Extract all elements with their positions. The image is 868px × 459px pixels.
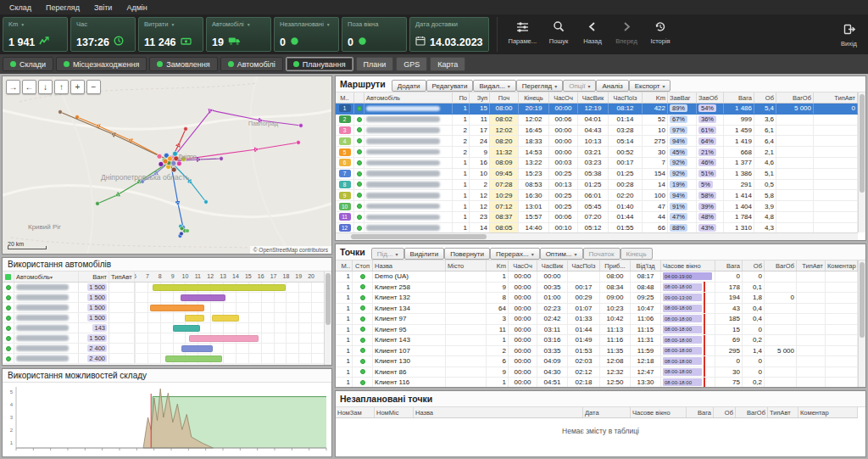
routes-horizontal-scrollbar[interactable] <box>336 232 858 240</box>
route-row[interactable]: 911210:2916:3000:2506:0102:2010094%58%1 … <box>336 190 858 201</box>
stat-tile[interactable]: Час137:26 <box>70 17 136 52</box>
gantt-row[interactable]: 143 <box>3 323 324 333</box>
column-header[interactable]: Стоп <box>353 260 373 271</box>
tab-Місцезнаходження[interactable]: Місцезнаходження <box>56 57 147 71</box>
column-header[interactable]: Коментар <box>798 407 858 417</box>
column-header[interactable]: Дата <box>583 407 631 417</box>
column-header[interactable]: Km <box>643 92 668 103</box>
column-header[interactable]: Приб... <box>600 260 631 271</box>
gantt-row[interactable]: 1 500 <box>3 283 324 293</box>
point-row[interactable]: 1Клиент 1346400:0002:2301:0710:2310:4708… <box>336 304 858 315</box>
column-header[interactable]: Об <box>714 407 736 417</box>
point-row[interactable]: 1Клиент 86900:0004:3002:1212:3212:4708:0… <box>336 367 858 378</box>
gantt-row[interactable]: 1 500 <box>3 303 324 313</box>
back-arrow-button[interactable]: Назад <box>576 17 609 47</box>
pan-down-button[interactable]: ↓ <box>38 80 53 94</box>
vehicle-column-header[interactable]: Автомобіль▾ <box>14 271 79 282</box>
stat-tile[interactable]: Поза вікна0 <box>342 17 407 52</box>
map-canvas[interactable]: Дніпропетровська областьКривий РігДніпро… <box>3 76 331 254</box>
column-header[interactable]: ЧасПоїз <box>609 92 643 103</box>
zoom-in-button[interactable]: + <box>70 80 85 94</box>
column-header[interactable]: Вага <box>687 407 714 417</box>
stat-tile[interactable]: Дата доставки14.03.2023 <box>409 17 489 52</box>
tab-Автомобілі[interactable]: Автомобілі <box>220 57 283 71</box>
tab-Планування[interactable]: Планування <box>286 57 353 71</box>
route-time-bar[interactable] <box>181 345 213 352</box>
route-time-bar[interactable] <box>181 294 226 301</box>
point-row[interactable]: 1Клиент 951100:0003:1101:4411:1311:1508:… <box>336 325 858 336</box>
column-header[interactable]: ВагОб <box>765 260 797 271</box>
stat-tile[interactable]: Автомобілі▼19 <box>206 17 271 52</box>
column-header[interactable]: ЗавВаг <box>668 92 697 103</box>
menu-item[interactable]: Звіти <box>87 3 119 13</box>
stat-tile[interactable]: Незаплановані▼0 <box>274 17 339 52</box>
column-header[interactable]: Назва <box>373 260 446 271</box>
route-row[interactable]: 81207:2808:5300:1301:2500:281419%5%2910,… <box>336 180 858 191</box>
route-time-bar[interactable] <box>153 284 287 291</box>
column-header[interactable]: Коментар <box>826 260 858 271</box>
column-header[interactable]: Об <box>754 92 776 103</box>
column-header[interactable]: Від'їзд <box>631 260 661 271</box>
pan-left-button[interactable]: ← <box>22 80 36 94</box>
column-header[interactable]: ЧасВик <box>578 92 609 103</box>
capacity-column-header[interactable]: Вант <box>79 271 109 282</box>
menu-item[interactable]: Склад <box>3 3 38 13</box>
route-time-bar[interactable] <box>165 355 222 362</box>
point-row[interactable]: 1Клиент 116100:0004:5102:1812:5013:3008:… <box>336 378 858 387</box>
column-header[interactable]: ТипАвт <box>768 407 798 417</box>
panel-button[interactable]: Видал...▾ <box>473 80 515 92</box>
point-row[interactable]: 1Клиент 132800:0001:0000:2909:0009:2509:… <box>336 293 858 304</box>
panel-button[interactable]: Експорт▾ <box>629 80 671 92</box>
point-row[interactable]: 1Demo (UA)100:0000:0008:0008:1704:00-19:… <box>336 271 858 283</box>
stat-tile[interactable]: Km▼1 941 <box>3 17 68 52</box>
tab-Плани[interactable]: Плани <box>356 57 394 71</box>
search-button[interactable]: Пошук <box>542 17 575 47</box>
vehicle-type-column-header[interactable]: ТипАвт <box>109 271 135 282</box>
route-row[interactable]: 1011207:1213:0100:2505:4501:404791%39%1 … <box>336 201 858 212</box>
panel-button[interactable]: Перегляд▾ <box>516 80 564 92</box>
column-header[interactable]: Km <box>487 260 509 271</box>
tab-Карта[interactable]: Карта <box>430 57 465 71</box>
panel-button[interactable]: Оптим...▾ <box>540 248 583 260</box>
column-header[interactable]: Кінець <box>519 92 549 103</box>
column-header[interactable] <box>354 92 364 103</box>
column-header[interactable]: Об <box>743 260 765 271</box>
column-header[interactable]: НомЗам <box>336 407 375 417</box>
column-header[interactable]: Місто <box>446 260 487 271</box>
exit-button[interactable]: Вихід <box>832 20 865 49</box>
route-row[interactable]: 321712:0216:4500:0004:4303:281097%61%1 4… <box>336 126 858 137</box>
panel-button[interactable]: Додати <box>392 80 426 92</box>
points-vertical-scrollbar[interactable] <box>858 260 865 387</box>
pan-right-button[interactable]: → <box>6 80 20 94</box>
scrollbar-thumb[interactable] <box>326 273 331 325</box>
tab-GPS[interactable]: GPS <box>396 57 427 71</box>
point-row[interactable]: 1Клиент 143100:0003:1601:4911:1611:3108:… <box>336 335 858 346</box>
route-time-bar[interactable] <box>173 325 201 332</box>
route-time-bar[interactable] <box>189 335 259 342</box>
column-header[interactable]: Часове вікно <box>631 407 687 417</box>
column-header[interactable]: НомМіс <box>375 407 414 417</box>
route-time-bar[interactable] <box>185 315 203 322</box>
pan-up-button[interactable]: ↑ <box>54 80 69 94</box>
route-row[interactable]: 711009:4515:2300:2505:3801:2515492%51%1 … <box>336 169 858 180</box>
gantt-row[interactable]: 2 400 <box>3 354 324 364</box>
gantt-row[interactable]: 2 400 <box>3 344 324 354</box>
column-header[interactable]: Вага <box>724 92 754 103</box>
route-row[interactable]: 211108:0212:0200:0604:0101:145267%36%999… <box>336 115 858 126</box>
column-header[interactable]: ТипАвт <box>814 92 858 103</box>
point-row[interactable]: 1Клиент 107200:0003:3501:5311:3511:5908:… <box>336 346 858 357</box>
scrollbar-thumb[interactable] <box>860 94 865 193</box>
column-header[interactable]: ЧасПоїз <box>568 260 600 271</box>
route-row[interactable]: 1112308:3715:5700:0607:2001:444447%48%1 … <box>336 212 858 223</box>
column-header[interactable]: Часове вікно <box>661 260 715 271</box>
route-row[interactable]: 1211408:0514:4000:1005:1201:556688%43%1 … <box>336 223 858 232</box>
scrollbar-thumb[interactable] <box>351 234 487 239</box>
point-row[interactable]: 1Клиент 97300:0002:4201:3310:4211:0608:0… <box>336 314 858 325</box>
settings-sliders-button[interactable]: Параме... <box>504 17 541 47</box>
scrollbar-thumb[interactable] <box>860 262 865 338</box>
menu-item[interactable]: Перегляд <box>39 3 86 13</box>
history-button[interactable]: Історія <box>644 17 676 47</box>
panel-button[interactable]: Аналіз <box>596 80 628 92</box>
column-header[interactable]: По <box>453 92 470 103</box>
panel-button[interactable]: Перерах...▾ <box>490 248 540 260</box>
